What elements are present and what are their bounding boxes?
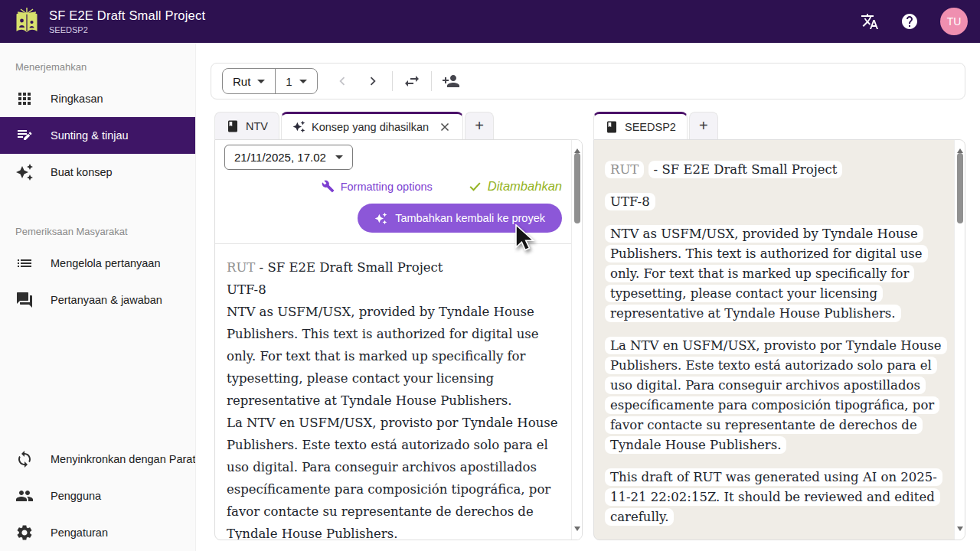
people-icon: [15, 487, 34, 505]
tab-source-ntv[interactable]: NTV: [214, 112, 279, 139]
add-tab-button[interactable]: +: [689, 112, 718, 139]
encoding-line[interactable]: UTF-8: [605, 192, 942, 212]
tab-label: Konsep yang dihasilkan: [312, 121, 429, 133]
mouse-cursor: [514, 224, 540, 255]
person-add-icon: [442, 72, 460, 90]
format-note[interactable]: Paragraph breaks have positions preserve…: [605, 540, 942, 540]
chapter-toolbar: Rut 1: [211, 63, 965, 99]
project-editor[interactable]: RUT - SF E2E Draft Small Project UTF-8 N…: [594, 140, 965, 540]
chevron-right-icon: [364, 73, 381, 90]
plus-icon: +: [699, 117, 708, 135]
scrollbar-thumb[interactable]: [957, 153, 963, 223]
project-panel: SEEDSP2 + RUT - SF E2E Draft Small Proje…: [593, 112, 965, 540]
help-icon[interactable]: [900, 12, 919, 31]
book-selector-value: Rut: [233, 75, 250, 88]
draft-editor[interactable]: RUT - SF E2E Draft Small Project UTF-8 N…: [215, 244, 582, 540]
copyright-en[interactable]: NTV as USFM/USX, provided by Tyndale Hou…: [227, 301, 559, 412]
next-chapter-button[interactable]: [358, 66, 388, 96]
scroll-up-arrow[interactable]: [574, 145, 580, 153]
close-icon[interactable]: [438, 120, 452, 134]
swap-arrows-icon: [403, 72, 421, 90]
draft-date-select[interactable]: 21/11/2025, 17.02: [224, 145, 353, 170]
tab-project-seedsp2[interactable]: SEEDSP2: [593, 112, 688, 139]
app-header: SF E2E Draft Small Project SEEDSP2 TU: [0, 0, 980, 43]
copyright-es[interactable]: La NTV en USFM/USX, provisto por Tyndale…: [227, 412, 559, 540]
book-icon: [605, 120, 619, 134]
sidebar-item-manage-questions[interactable]: Mengelola pertanyaan: [0, 245, 195, 282]
sync-icon: [15, 450, 34, 468]
sidebar-item-settings[interactable]: Pengaturan: [0, 514, 195, 551]
tab-label: SEEDSP2: [625, 121, 676, 133]
tab-label: NTV: [246, 120, 268, 132]
reference-selector: Rut 1: [222, 68, 318, 94]
check-icon: [468, 179, 482, 194]
edit-note-icon: [15, 126, 34, 145]
wrench-icon: [322, 180, 335, 193]
sidebar-item-label: Mengelola pertanyaan: [51, 257, 161, 269]
scrollbar-thumb[interactable]: [574, 153, 580, 223]
formatting-options-link[interactable]: Formatting options: [322, 180, 433, 193]
list-icon: [15, 254, 34, 272]
copyright-es-text: La NTV en USFM/USX, provisto por Tyndale…: [605, 337, 947, 454]
book-heading[interactable]: RUT - SF E2E Draft Small Project: [227, 256, 559, 279]
draft-panel-body: 21/11/2025, 17.02 Formatting options Dit…: [214, 139, 583, 540]
project-panel-body: RUT - SF E2E Draft Small Project UTF-8 N…: [593, 139, 965, 540]
sidebar-section-translate: Menerjemahkan: [0, 43, 195, 80]
grid-icon: [15, 90, 34, 108]
chevron-down-icon: [335, 155, 343, 163]
chat-icon: [15, 291, 34, 309]
sidebar-item-label: Pengaturan: [51, 527, 108, 539]
language-icon[interactable]: [861, 12, 879, 31]
sidebar-item-label: Menyinkronkan dengan Paratext: [51, 453, 195, 465]
draft-date-value: 21/11/2025, 17.02: [234, 151, 326, 164]
add-collaborator-button[interactable]: [436, 66, 466, 96]
copyright-es[interactable]: La NTV en USFM/USX, provisto por Tyndale…: [605, 336, 942, 455]
chevron-down-icon: [257, 80, 265, 87]
sparkle-icon: [292, 120, 305, 133]
sidebar-item-overview[interactable]: Ringkasan: [0, 80, 195, 117]
toolbar-divider: [392, 71, 393, 91]
sidebar-item-label: Buat konsep: [51, 166, 113, 178]
chevron-down-icon: [299, 80, 307, 87]
status-badge-label: Ditambahkan: [488, 179, 562, 194]
draft-scrollbar[interactable]: [571, 140, 582, 540]
ai-note[interactable]: This draft of RUT was generated using AI…: [605, 468, 942, 527]
right-tabbar: SEEDSP2 +: [593, 112, 965, 139]
sidebar-item-questions-answers[interactable]: Pertanyaan & jawaban: [0, 282, 195, 318]
swap-panes-button[interactable]: [397, 66, 427, 96]
sidebar-item-users[interactable]: Pengguna: [0, 478, 195, 514]
sidebar-item-generate-draft[interactable]: Buat konsep: [0, 154, 195, 191]
prev-chapter-button[interactable]: [327, 66, 358, 96]
book-heading[interactable]: RUT - SF E2E Draft Small Project: [605, 160, 942, 180]
chapter-selector[interactable]: 1: [275, 69, 316, 93]
encoding-line[interactable]: UTF-8: [227, 279, 559, 301]
book-code: RUT: [227, 260, 255, 275]
project-scrollbar[interactable]: [954, 140, 965, 540]
app-logo-icon: [12, 7, 41, 36]
book-code: RUT: [605, 161, 644, 178]
plus-icon: +: [475, 117, 484, 135]
book-icon: [226, 119, 240, 133]
sidebar-section-community-checking: Pemeriksaan Masyarakat: [0, 191, 195, 245]
scroll-down-arrow[interactable]: [957, 527, 963, 534]
sidebar-item-sync-paratext[interactable]: Menyinkronkan dengan Paratext: [0, 441, 195, 478]
book-heading-text: - SF E2E Draft Small Project: [255, 260, 443, 275]
book-selector[interactable]: Rut: [223, 69, 275, 93]
status-badge-added: Ditambahkan: [468, 179, 562, 194]
sparkle-icon: [374, 212, 387, 225]
scroll-up-arrow[interactable]: [957, 145, 963, 153]
toolbar-divider: [431, 71, 432, 91]
left-tabbar: NTV Konsep yang dihasilkan +: [214, 112, 583, 139]
user-avatar[interactable]: TU: [940, 8, 968, 35]
scroll-down-arrow[interactable]: [574, 527, 580, 534]
draft-panel: NTV Konsep yang dihasilkan + 21/11/2025,…: [214, 112, 583, 540]
copyright-en[interactable]: NTV as USFM/USX, provided by Tyndale Hou…: [605, 224, 942, 324]
sidebar-item-label: Sunting & tinjau: [51, 129, 129, 142]
gear-icon: [15, 523, 34, 542]
sparkle-icon: [15, 163, 34, 181]
encoding-text: UTF-8: [605, 193, 655, 210]
chapter-selector-value: 1: [286, 75, 292, 88]
tab-generated-draft[interactable]: Konsep yang dihasilkan: [281, 112, 463, 139]
add-tab-button[interactable]: +: [465, 112, 494, 139]
sidebar-item-edit-review[interactable]: Sunting & tinjau: [0, 117, 195, 154]
